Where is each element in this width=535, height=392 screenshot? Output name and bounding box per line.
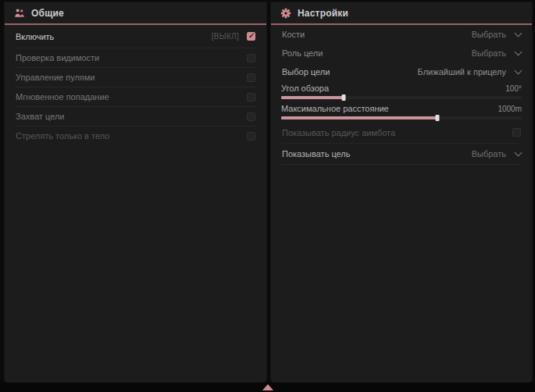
row-label: Кости <box>282 30 305 39</box>
row-visibility-check[interactable]: Проверка видимости <box>15 48 256 68</box>
row-show-aim-radius[interactable]: Показывать радиус аимбота <box>281 122 522 144</box>
row-target-selection[interactable]: Выбор цели Ближайший к прицелу <box>281 62 522 81</box>
chevron-down-icon <box>515 48 523 56</box>
row-label: Проверка видимости <box>16 53 99 62</box>
panel-general: Общие Включить [ВЫКЛ] Проверка видимости… <box>5 2 266 383</box>
row-label: Максимальное расстояние <box>281 104 389 113</box>
row-label: Захват цели <box>16 112 64 121</box>
row-enable[interactable]: Включить [ВЫКЛ] <box>15 25 256 48</box>
target-lock-checkbox[interactable] <box>247 112 255 121</box>
dropdown-value: Выбрать <box>472 48 506 58</box>
row-label: Мгновенное попадание <box>16 92 109 102</box>
row-label: Выбор цели <box>282 67 330 77</box>
instant-hit-checkbox[interactable] <box>247 93 255 102</box>
max-distance-value: 1000m <box>498 105 522 113</box>
row-label: Показывать цель <box>282 149 351 159</box>
hotkey-state[interactable]: [ВЫКЛ] <box>212 32 239 41</box>
show-target-dropdown[interactable]: Выбрать <box>472 149 521 159</box>
row-show-target[interactable]: Показывать цель Выбрать <box>281 144 522 165</box>
visibility-check-checkbox[interactable] <box>247 54 255 62</box>
chevron-down-icon <box>515 30 523 37</box>
users-icon <box>14 8 25 19</box>
panel-settings-header: Настройки <box>271 2 532 23</box>
fov-slider[interactable] <box>281 96 522 99</box>
panel-settings-title: Настройки <box>298 8 348 19</box>
row-body-only[interactable]: Стрелять только в тело <box>15 127 256 145</box>
row-target-role[interactable]: Роль цели Выбрать <box>281 44 522 62</box>
slider-handle[interactable] <box>436 115 440 121</box>
slider-fill <box>281 116 437 119</box>
dropdown-value: Выбрать <box>472 30 506 39</box>
bones-dropdown[interactable]: Выбрать <box>472 30 521 39</box>
row-bullet-control[interactable]: Управление пулями <box>15 68 256 87</box>
chevron-down-icon <box>515 149 523 157</box>
dropdown-value: Ближайший к прицелу <box>418 67 506 77</box>
dropdown-value: Выбрать <box>472 149 506 159</box>
target-selection-dropdown[interactable]: Ближайший к прицелу <box>418 67 521 77</box>
row-bones[interactable]: Кости Выбрать <box>281 25 522 44</box>
panel-general-header: Общие <box>5 2 266 23</box>
row-label: Роль цели <box>282 48 323 58</box>
fov-value: 100° <box>505 84 522 93</box>
target-role-dropdown[interactable]: Выбрать <box>472 48 521 58</box>
chevron-down-icon <box>515 67 523 75</box>
row-max-distance: Максимальное расстояние 1000m <box>281 102 522 122</box>
slider-handle[interactable] <box>342 94 346 101</box>
row-label: Стрелять только в тело <box>16 131 109 141</box>
max-distance-slider[interactable] <box>281 116 522 119</box>
panel-settings: Настройки Кости Выбрать Роль цели Выбрат… <box>271 2 532 383</box>
row-instant-hit[interactable]: Мгновенное попадание <box>15 87 256 107</box>
gear-icon <box>280 8 291 19</box>
row-label: Показывать радиус аимбота <box>282 128 395 137</box>
general-rows: Включить [ВЫКЛ] Проверка видимости Управ… <box>5 25 266 145</box>
row-label: Управление пулями <box>16 73 95 82</box>
slider-fill <box>281 96 344 99</box>
row-label: Угол обзора <box>281 84 329 93</box>
row-label: Включить <box>16 32 54 41</box>
show-aim-radius-checkbox[interactable] <box>512 128 521 137</box>
enable-checkbox[interactable] <box>247 32 255 41</box>
panel-general-title: Общие <box>31 8 64 19</box>
bullet-control-checkbox[interactable] <box>247 73 255 82</box>
settings-rows: Кости Выбрать Роль цели Выбрать Выбор це… <box>271 25 532 165</box>
row-fov: Угол обзора 100° <box>281 81 522 102</box>
body-only-checkbox[interactable] <box>247 132 255 141</box>
menu-toggle-arrow-icon[interactable] <box>262 384 273 390</box>
row-target-lock[interactable]: Захват цели <box>15 107 256 127</box>
